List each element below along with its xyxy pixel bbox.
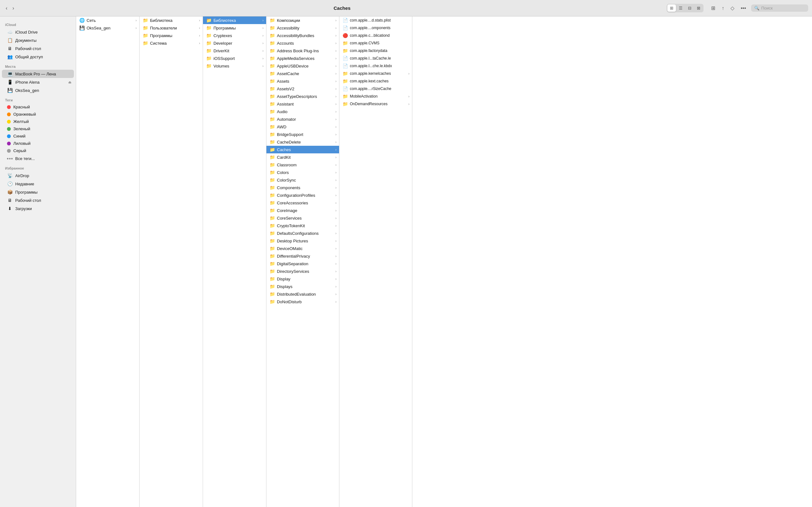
list-item[interactable]: 📁 DriverKit › — [203, 47, 266, 55]
sidebar-item-tag-red[interactable]: Красный — [2, 103, 74, 111]
sidebar-item-airdrop[interactable]: 📡 AirDrop — [2, 171, 74, 180]
sidebar-item-okssea[interactable]: 💾 OksSea_gen — [2, 86, 74, 95]
list-item[interactable]: 📄 com.apple....rSizeCache — [339, 85, 412, 93]
gallery-view-button[interactable]: ⊠ — [694, 4, 703, 12]
tag-button[interactable]: ◇ — [728, 4, 737, 12]
list-view-button[interactable]: ☰ — [676, 4, 685, 12]
list-item[interactable]: 📁 DeviceOMatic › — [266, 245, 339, 252]
list-item[interactable]: 📁 DefaultsConfigurations › — [266, 229, 339, 237]
list-item[interactable]: 📁 iOSSupport › — [203, 55, 266, 62]
list-item[interactable]: 📁 DirectoryServices › — [266, 268, 339, 275]
folder-icon: 📁 — [270, 193, 275, 198]
list-item[interactable]: 📁 Assets › — [266, 77, 339, 85]
list-item[interactable]: 📄 com.apple.I...che.le.kbdx — [339, 62, 412, 70]
sidebar-item-downloads[interactable]: ⬇ Загрузки — [2, 205, 74, 213]
list-item[interactable]: 📁 OnDemandResources › — [339, 100, 412, 108]
list-item[interactable]: 📁 Система › — [140, 39, 203, 47]
sidebar-item-all-tags[interactable]: ●●● Все теги... — [2, 154, 74, 163]
list-item[interactable]: 📁 DistributedEvaluation › — [266, 290, 339, 298]
list-item[interactable]: 📁 Developer › — [203, 39, 266, 47]
list-item[interactable]: 📁 Программы › — [140, 32, 203, 39]
list-item[interactable]: 📁 DifferentialPrivacy › — [266, 252, 339, 260]
sidebar-item-tag-orange[interactable]: Оранжевый — [2, 111, 74, 118]
list-item[interactable]: 📁 CoreAccessories › — [266, 199, 339, 207]
folder-icon: 📁 — [270, 177, 275, 182]
list-item[interactable]: 📁 com.apple.factorydata — [339, 47, 412, 55]
list-item[interactable]: 📁 ConfigurationProfiles › — [266, 191, 339, 199]
sidebar-item-apps[interactable]: 📦 Программы — [2, 188, 74, 196]
sidebar-item-icloud-drive[interactable]: ☁️ iCloud Drive — [2, 28, 74, 36]
list-item[interactable]: 📁 Audio › — [266, 108, 339, 115]
icon-view-button[interactable]: ⊞ — [667, 4, 676, 12]
list-item[interactable]: 📄 com.apple....omponents — [339, 24, 412, 32]
list-item[interactable]: 📁 CardKit › — [266, 153, 339, 161]
list-item[interactable]: 📁 Библиотека › — [140, 16, 203, 24]
list-item[interactable]: 📁 Пользователи › — [140, 24, 203, 32]
list-item[interactable]: 💾 OksSea_gen › — [76, 24, 139, 32]
list-item[interactable]: 📄 com.apple.I...taCache.le — [339, 55, 412, 62]
list-item[interactable]: 📁 AssetsV2 › — [266, 85, 339, 93]
more-actions-button[interactable]: ••• — [738, 4, 749, 12]
list-item[interactable]: 📁 Программы › — [203, 24, 266, 32]
list-item[interactable]: 📁 DigitalSeparation › — [266, 260, 339, 268]
list-item[interactable]: 📁 BridgeSupport › — [266, 130, 339, 138]
list-item[interactable]: 📁 ColorSync › — [266, 176, 339, 184]
back-button[interactable]: ‹ — [4, 4, 9, 12]
list-item[interactable]: 📁 Accounts › — [266, 39, 339, 47]
sidebar-item-tag-yellow[interactable]: Желтый — [2, 118, 74, 125]
list-item[interactable]: 📁 CacheDelete › — [266, 138, 339, 146]
list-item[interactable]: 📁 Classroom › — [266, 161, 339, 169]
sidebar-item-desktop-fav[interactable]: 🖥 Рабочий стол — [2, 196, 74, 205]
eject-icon[interactable]: ⏏ — [68, 80, 71, 84]
forward-button[interactable]: › — [10, 4, 16, 12]
sidebar-item-tag-purple[interactable]: Лиловый — [2, 140, 74, 147]
list-item[interactable]: 📁 CoreImage › — [266, 207, 339, 214]
list-item[interactable]: 📁 Displays › — [266, 283, 339, 290]
column-view-button[interactable]: ⊟ — [686, 4, 694, 12]
list-item[interactable]: 📁 DoNotDisturb › — [266, 298, 339, 305]
list-item[interactable]: 📁 Volumes › — [203, 62, 266, 70]
sidebar-item-tag-green[interactable]: Зеленый — [2, 125, 74, 132]
list-item[interactable]: 📁 Assistant › — [266, 100, 339, 108]
group-button[interactable]: ⊞ — [709, 4, 718, 12]
list-item[interactable]: 📁 Desktop Pictures › — [266, 237, 339, 245]
list-item[interactable]: 📁 com.apple.CVMS — [339, 39, 412, 47]
search-input[interactable] — [761, 6, 803, 10]
list-item[interactable]: 📁 Библиотека › — [203, 16, 266, 24]
list-item[interactable]: 🌐 Сеть › — [76, 16, 139, 24]
list-item[interactable]: 🔴 com.apple.c...blicationd — [339, 32, 412, 39]
list-item[interactable]: 📁 AssetTypeDescriptors › — [266, 93, 339, 100]
list-item[interactable]: 📁 AppleUSBDevice › — [266, 62, 339, 70]
sidebar-item-tag-gray[interactable]: Серый — [2, 147, 74, 154]
folder-icon: 📁 — [270, 117, 275, 122]
list-item[interactable]: 📁 com.apple.kext.caches — [339, 77, 412, 85]
list-item[interactable]: 📁 Accessibility › — [266, 24, 339, 32]
search-box[interactable]: 🔍 — [751, 4, 808, 12]
list-item[interactable]: 📁 Address Book Plug-Ins › — [266, 47, 339, 55]
list-item[interactable]: 📁 Cryptexes › — [203, 32, 266, 39]
item-label: CoreAccessories — [277, 201, 308, 205]
list-item[interactable]: 📁 com.apple.kernelcaches › — [339, 70, 412, 77]
list-item[interactable]: 📄 com.apple....d.stats.plist — [339, 16, 412, 24]
list-item[interactable]: 📁 AppleMediaServices › — [266, 55, 339, 62]
sidebar-item-desktop[interactable]: 🖥 Рабочий стол — [2, 44, 74, 53]
list-item[interactable]: 📁 Automator › — [266, 115, 339, 123]
list-item[interactable]: 📁 CoreServices › — [266, 214, 339, 222]
sidebar-item-macbook[interactable]: 💻 MacBook Pro — Лена — [2, 70, 74, 78]
list-item[interactable]: 📁 Display › — [266, 275, 339, 283]
sidebar-item-documents[interactable]: 📋 Документы — [2, 36, 74, 44]
list-item[interactable]: 📁 CryptoTokenKit › — [266, 222, 339, 229]
list-item[interactable]: 📁 MobileActivation › — [339, 93, 412, 100]
sidebar-item-tag-blue[interactable]: Синий — [2, 132, 74, 140]
list-item[interactable]: 📁 AccessibilityBundles › — [266, 32, 339, 39]
sidebar-item-shared[interactable]: 👥 Общий доступ — [2, 53, 74, 61]
list-item[interactable]: 📁 Caches › — [266, 146, 339, 153]
list-item[interactable]: 📁 AssetCache › — [266, 70, 339, 77]
list-item[interactable]: 📁 Композиции › — [266, 16, 339, 24]
sidebar-item-iphone[interactable]: 📱 iPhone Alena ⏏ — [2, 78, 74, 86]
list-item[interactable]: 📁 AWD › — [266, 123, 339, 130]
list-item[interactable]: 📁 Components › — [266, 184, 339, 191]
sidebar-item-recents[interactable]: 🕐 Недавние — [2, 180, 74, 188]
share-button[interactable]: ↑ — [719, 4, 727, 12]
list-item[interactable]: 📁 Colors › — [266, 169, 339, 176]
